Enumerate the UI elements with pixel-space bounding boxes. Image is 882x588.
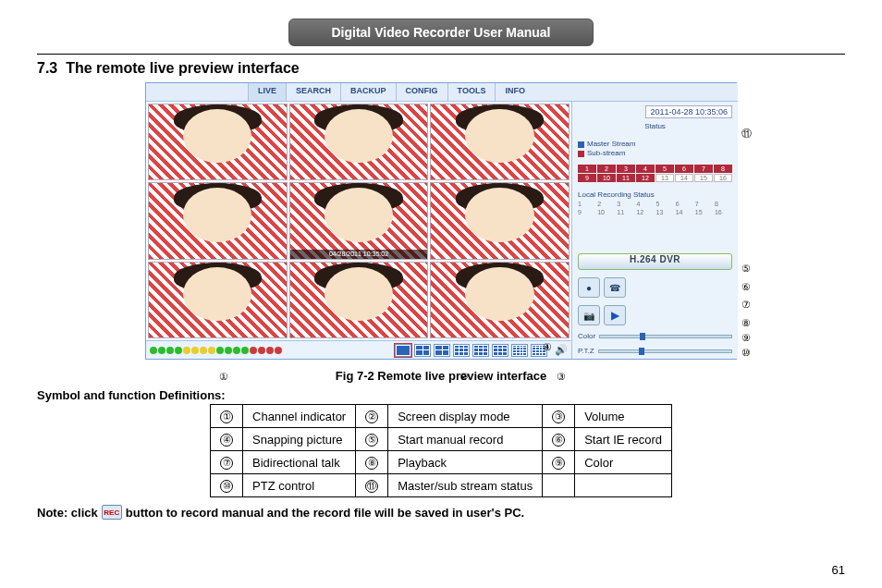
callout-1: ① — [219, 371, 228, 383]
talk-button[interactable]: ☎ — [604, 277, 626, 298]
stream-legend: Master Stream Sub-stream — [578, 140, 732, 158]
top-tabs: LIVE SEARCH BACKUP CONFIG TOOLS INFO — [146, 83, 738, 102]
callout-7: ⑦ — [741, 299, 751, 311]
square-icon — [578, 151, 584, 157]
camera-tile[interactable] — [430, 104, 570, 180]
view-9b[interactable] — [472, 344, 489, 357]
tab-info[interactable]: INFO — [495, 83, 534, 101]
header-rule — [37, 54, 845, 55]
channel-cell[interactable]: 3 — [617, 165, 635, 173]
camera-tile[interactable] — [430, 182, 570, 259]
callout-5: ⑤ — [741, 263, 751, 275]
note-suffix: button to record manual and the record f… — [126, 506, 524, 520]
callout-6: ⑥ — [741, 281, 751, 293]
section-heading: 7.3 The remote live preview interface — [37, 60, 845, 77]
video-grid: 04/28/2011 10:35:02 — [146, 102, 571, 340]
view-1[interactable] — [395, 344, 411, 357]
page-number: 61 — [832, 563, 845, 577]
channel-cell[interactable]: 6 — [675, 165, 693, 173]
tab-search[interactable]: SEARCH — [286, 83, 340, 101]
tab-live[interactable]: LIVE — [248, 83, 286, 101]
channel-cell[interactable]: 10 — [597, 174, 616, 182]
page-header-badge: Digital Video Recorder User Manual — [288, 18, 594, 46]
status-label: Status — [578, 122, 732, 130]
figure: LIVE SEARCH BACKUP CONFIG TOOLS INFO 04/… — [145, 82, 737, 360]
screenshot: LIVE SEARCH BACKUP CONFIG TOOLS INFO 04/… — [145, 82, 737, 360]
dvr-logo: H.264 DVR — [578, 253, 732, 270]
definitions-heading: Symbol and function Definitions: — [37, 388, 845, 402]
callout-3: ③ — [557, 371, 566, 383]
callout-4: ④ — [543, 341, 552, 353]
timestamp-overlay: 04/28/2011 10:35:02 — [290, 250, 428, 259]
display-mode-buttons — [395, 344, 547, 357]
callout-10: ⑩ — [741, 347, 751, 359]
clock: 2011-04-28 10:35:06 — [645, 105, 732, 118]
tab-config[interactable]: CONFIG — [396, 83, 447, 101]
view-4b[interactable] — [434, 344, 450, 357]
local-recording-status: Local Recording Status 1234 5678 9101112… — [578, 190, 732, 215]
rec-icon: REC — [102, 505, 122, 520]
tab-backup[interactable]: BACKUP — [340, 83, 396, 101]
view-4[interactable] — [414, 344, 431, 357]
camera-tile[interactable] — [289, 262, 429, 338]
channel-cell[interactable]: 9 — [578, 174, 596, 182]
view-9c[interactable] — [492, 344, 508, 357]
view-9[interactable] — [453, 344, 470, 357]
channel-indicator — [150, 347, 282, 354]
tab-tools[interactable]: TOOLS — [447, 83, 496, 101]
ptz-slider[interactable]: P.T.Z — [578, 347, 732, 355]
figure-caption: Fig 7-2 Remote live preview interface — [37, 369, 845, 383]
section-title-text: The remote live preview interface — [66, 60, 300, 76]
channel-cell[interactable]: 13 — [655, 174, 674, 182]
camera-tile[interactable] — [148, 104, 288, 180]
channel-cell[interactable]: 1 — [578, 165, 596, 173]
channel-grid: 1 2 3 4 5 6 7 8 9 10 11 12 13 14 15 16 — [578, 165, 732, 182]
bottom-toolbar: 🔊 — [146, 340, 571, 359]
channel-cell[interactable]: 11 — [617, 174, 635, 182]
legend-master: Master Stream — [587, 140, 635, 149]
callout-9: ⑨ — [741, 332, 751, 344]
camera-tile-focus[interactable]: 04/28/2011 10:35:02 — [289, 182, 429, 259]
volume-icon[interactable]: 🔊 — [555, 344, 568, 357]
lrs-label: Local Recording Status — [578, 190, 732, 199]
channel-cell[interactable]: 15 — [694, 174, 713, 182]
channel-cell[interactable]: 2 — [597, 165, 616, 173]
view-16[interactable] — [511, 344, 528, 357]
note-prefix: Note: click — [37, 506, 98, 520]
channel-cell[interactable]: 14 — [675, 174, 693, 182]
channel-cell[interactable]: 7 — [694, 165, 713, 173]
camera-tile[interactable] — [289, 104, 429, 180]
channel-cell[interactable]: 8 — [714, 165, 732, 173]
right-panel: 2011-04-28 10:35:06 Status Master Stream… — [571, 102, 738, 359]
callout-11: ⑪ — [741, 127, 752, 141]
camera-tile[interactable] — [148, 182, 288, 259]
snap-button[interactable]: 📷 — [578, 305, 600, 325]
channel-cell[interactable]: 12 — [636, 174, 655, 182]
square-icon — [578, 141, 584, 148]
legend-sub: Sub-stream — [587, 149, 625, 158]
color-slider[interactable]: Color — [578, 332, 732, 340]
channel-cell[interactable]: 4 — [636, 165, 655, 173]
section-number: 7.3 — [37, 60, 57, 76]
channel-cell[interactable]: 16 — [714, 174, 732, 182]
rec-button[interactable]: ● — [578, 277, 600, 298]
camera-tile[interactable] — [430, 262, 570, 338]
channel-cell[interactable]: 5 — [655, 165, 674, 173]
camera-tile[interactable] — [148, 262, 288, 338]
definitions-table: ①Channel indicator ②Screen display mode … — [210, 404, 672, 497]
callout-8: ⑧ — [741, 317, 751, 329]
note-line: Note: click REC button to record manual … — [37, 505, 845, 520]
play-button[interactable]: ▶ — [604, 305, 626, 325]
callout-2: ② — [459, 371, 469, 383]
